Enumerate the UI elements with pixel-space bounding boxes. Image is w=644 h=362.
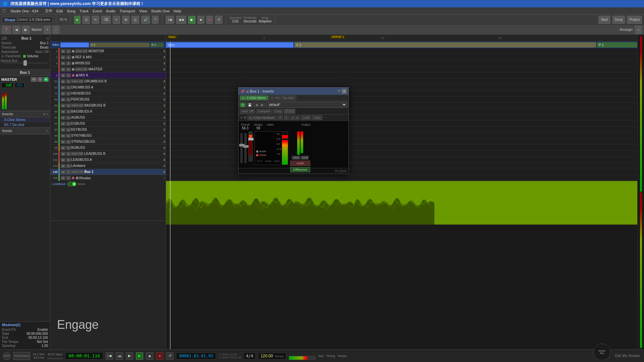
menu-track[interactable]: Track [79, 9, 89, 13]
play-active-btn[interactable]: ▶ [136, 352, 143, 360]
track-s-btn[interactable]: S [66, 73, 71, 77]
track-s-btn[interactable]: S [66, 49, 71, 53]
slider2-thumb[interactable] [243, 145, 249, 148]
master-m-btn[interactable]: M [31, 77, 37, 82]
track-m-btn[interactable]: M [61, 152, 65, 156]
stop-mini[interactable]: ■ [198, 16, 204, 24]
sends-add[interactable]: + [46, 129, 48, 133]
auto-off-btn[interactable]: Auto: Off [240, 109, 255, 114]
track-s-btn[interactable]: S [66, 134, 71, 138]
save-btn[interactable]: Save [312, 115, 322, 120]
plugin-pin[interactable]: 📌 [240, 89, 245, 93]
track-m-btn[interactable]: M [61, 61, 65, 65]
track-m-btn[interactable]: M [61, 110, 65, 114]
track-s-btn[interactable]: S [66, 85, 71, 89]
compare-btn[interactable]: Compare [256, 109, 272, 114]
song-btn[interactable]: Song [612, 16, 625, 24]
expand-icon[interactable]: ⇥ [46, 37, 49, 40]
track-s-btn[interactable]: S [66, 152, 71, 156]
range-tool[interactable]: ⊡ [83, 16, 90, 24]
track-s-btn[interactable]: S [66, 140, 71, 144]
insert-item-rxdeclick[interactable]: RX 7 De-click [0, 122, 50, 127]
track-m-btn[interactable]: M [61, 79, 65, 83]
menu-audio[interactable]: Audio [106, 9, 115, 13]
menu-edit[interactable]: Edit [56, 9, 63, 13]
track-m-btn[interactable]: M [61, 49, 65, 53]
menu-file[interactable]: 文件 [45, 8, 52, 13]
track-s-btn[interactable]: S [66, 55, 71, 59]
loop-btn[interactable]: ↺ [166, 352, 173, 360]
project-btn[interactable]: Project [627, 16, 642, 24]
track-m-btn[interactable]: M [61, 55, 65, 59]
device-value[interactable]: Bus 1 [40, 41, 49, 45]
loop-mini[interactable]: ↺ [215, 16, 222, 24]
track-m-btn[interactable]: M [61, 67, 65, 71]
track-m-btn[interactable]: M [61, 85, 65, 89]
track-m-btn[interactable]: M [61, 98, 65, 102]
del-marker[interactable]: − [53, 26, 59, 34]
copy-btn[interactable]: Copy [273, 109, 283, 114]
parameter-value[interactable]: Volume [27, 54, 38, 58]
plugin-prev-btn[interactable]: ◀ [254, 103, 259, 107]
track-m-btn[interactable]: M [61, 164, 65, 168]
inserts-expand[interactable]: ▾ [43, 112, 45, 116]
menu-help[interactable]: Help [174, 9, 181, 13]
pencil-tool[interactable]: ✏ [92, 16, 99, 24]
track-m-btn[interactable]: M [61, 146, 65, 150]
plugin-close-btn[interactable]: ✕ [342, 89, 346, 94]
load-btn[interactable]: Load [301, 115, 311, 120]
split-tool[interactable]: ✂ [113, 16, 120, 24]
menu-event[interactable]: Event [93, 9, 102, 13]
track-m-btn[interactable]: M [61, 158, 65, 162]
arranger-btn[interactable]: ♫ [635, 26, 642, 34]
afull-btn[interactable]: A: X-Click Full Reset* [248, 116, 276, 120]
track-s-btn[interactable]: S [66, 98, 71, 102]
mix-btn[interactable]: Mix [622, 354, 628, 358]
audio-out-btn[interactable]: Audio [290, 161, 310, 166]
prev-marker[interactable]: ◀ [13, 26, 20, 34]
start-btn[interactable]: Start [598, 16, 610, 24]
select-tool[interactable]: ▸ [74, 16, 80, 24]
marker-tool[interactable]: 📍 [2, 26, 11, 34]
play-mini[interactable]: ▶ [188, 16, 196, 24]
question-tool[interactable]: ? [152, 16, 159, 24]
record-mini[interactable]: ● [206, 16, 213, 24]
eraser-tool[interactable]: ⌫ [101, 16, 111, 24]
track-m-btn[interactable]: M [61, 176, 65, 180]
track-m-btn[interactable]: M [61, 128, 65, 132]
track-m-btn[interactable]: M [61, 116, 65, 120]
track-s-btn[interactable]: S [66, 116, 71, 120]
track-s-btn[interactable]: S [66, 122, 71, 126]
paste-btn[interactable]: Paste [284, 109, 295, 114]
track-s-btn[interactable]: S [66, 104, 71, 108]
track-s-btn[interactable]: S [66, 92, 71, 96]
plugin-save-icon[interactable]: 💾 [247, 103, 253, 107]
inserts-add[interactable]: + [46, 112, 48, 116]
redo-btn[interactable]: ↻ [284, 115, 289, 120]
plugin-tab-rxdeclick[interactable]: 2 - RX 7 De-click [269, 96, 297, 100]
track-s-btn[interactable]: S [66, 164, 71, 168]
menu-studioone[interactable]: Studio One [151, 9, 170, 13]
track-m-btn[interactable]: M [61, 73, 65, 77]
lookback-toggle[interactable] [67, 182, 76, 186]
track-m-btn[interactable]: M [61, 140, 65, 144]
track-s-btn[interactable]: S [66, 170, 71, 174]
menu-transport[interactable]: Transport [119, 9, 135, 13]
add-marker[interactable]: + [44, 26, 51, 34]
track-s-btn[interactable]: S [66, 146, 71, 150]
mute-tool[interactable]: ◎ [131, 16, 139, 24]
track-s-btn[interactable]: S [66, 128, 71, 132]
plugin-preset-select[interactable]: default* [266, 102, 347, 108]
glue-tool[interactable]: ⊞ [122, 16, 129, 24]
plugin-power[interactable]: ⏻ [240, 103, 246, 107]
track-m-btn[interactable]: M [61, 134, 65, 138]
sends-header[interactable]: Sends + [0, 128, 50, 134]
plugin-tab-xclick[interactable]: 1 - X-Click Stereo [240, 96, 268, 100]
undo-btn[interactable]: ↺ [277, 115, 283, 120]
track-s-btn[interactable]: S [66, 110, 71, 114]
menu-view[interactable]: View [139, 9, 147, 13]
plugin-next-btn[interactable]: ▶ [260, 103, 265, 107]
play-btn[interactable]: ▶ [126, 352, 133, 360]
diff-out-btn[interactable]: Difference [290, 167, 310, 172]
track-s-btn[interactable]: S [66, 61, 71, 65]
